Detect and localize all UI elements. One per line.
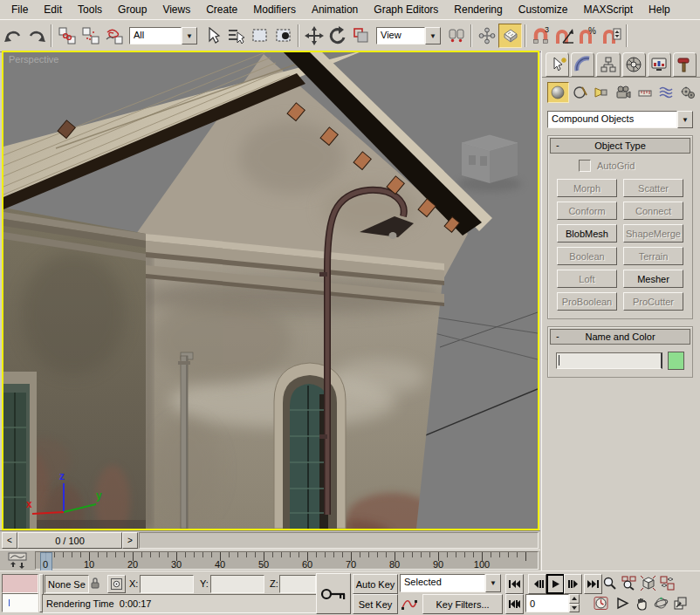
menu-graph-editors[interactable]: Graph Editors [366,1,446,18]
menu-file[interactable]: File [3,1,36,18]
select-and-link-icon[interactable] [55,24,79,48]
go-to-start-button[interactable] [505,574,524,594]
menu-create[interactable]: Create [198,1,245,18]
time-slider-track[interactable] [139,532,539,549]
menu-maxscript[interactable]: MAXScript [575,1,641,18]
chevron-down-icon[interactable]: ▼ [182,27,197,44]
frame-spinner[interactable] [569,594,580,612]
maxscript-mini-listener[interactable] [2,593,38,612]
chevron-down-icon[interactable]: ▼ [425,27,441,44]
set-keys-button[interactable] [316,573,351,614]
select-and-move-icon[interactable] [302,24,326,48]
key-filters-button[interactable]: Key Filters... [422,594,503,614]
select-and-scale-icon[interactable] [349,24,373,48]
category-dropdown[interactable]: Compound Objects ▼ [547,111,693,128]
menu-group[interactable]: Group [110,1,154,18]
category-geometry-icon[interactable] [547,82,569,103]
object-color-swatch[interactable] [668,352,684,370]
object-name-input[interactable] [556,352,662,369]
spinner-snap-toggle-icon[interactable] [600,24,623,48]
bind-to-space-warp-icon[interactable] [102,24,126,48]
zoom-extents-icon[interactable] [639,574,656,592]
blobmesh-button[interactable]: BlobMesh [557,224,617,243]
use-center-icon[interactable] [444,24,468,48]
viewport-label[interactable]: Perspective [9,54,58,65]
select-by-name-icon[interactable] [224,24,248,48]
percent-snap-toggle-icon[interactable]: % [576,24,600,48]
zoom-icon[interactable] [600,574,618,592]
key-mode-value[interactable]: Selected [400,574,485,592]
category-shapes-icon[interactable] [571,83,591,102]
category-systems-icon[interactable] [677,83,697,102]
redo-icon[interactable] [24,24,48,48]
menu-animation[interactable]: Animation [304,1,366,18]
tab-hierarchy[interactable] [596,52,620,77]
x-coordinate-field[interactable] [140,575,194,593]
mesher-button[interactable]: Mesher [623,270,683,288]
time-configuration-icon[interactable] [592,594,609,612]
play-animation-button[interactable] [546,574,565,594]
tab-modify[interactable] [571,52,594,77]
snaps-toggle-3d-icon[interactable]: 3 [529,24,552,48]
track-bar-ruler[interactable]: 0 10 20 30 40 50 60 70 80 90 100 [35,551,539,570]
unlink-selection-icon[interactable] [79,24,102,48]
tab-create[interactable] [546,52,569,77]
set-key-button[interactable]: Set Key [353,594,398,614]
chevron-down-icon[interactable]: ▼ [485,574,501,592]
selection-filter-dropdown[interactable]: All ▼ [129,27,197,44]
current-frame-field[interactable]: 0 [525,594,569,612]
coordinate-system-dropdown[interactable]: View ▼ [376,27,441,44]
menu-edit[interactable]: Edit [36,1,70,18]
keyboard-shortcut-override-toggle[interactable] [498,24,522,48]
key-mode-toggle-button[interactable] [505,594,524,614]
go-to-end-button[interactable] [584,574,602,594]
selection-lock-icon[interactable] [87,575,103,591]
object-type-rollout-header[interactable]: - Object Type [550,138,690,154]
field-of-view-icon[interactable] [614,594,631,612]
menu-views[interactable]: Views [154,1,198,18]
category-cameras-icon[interactable] [614,83,634,102]
key-mode-dropdown[interactable]: Selected ▼ [400,574,501,592]
z-coordinate-field[interactable] [279,575,316,593]
macro-recorder-pane[interactable] [2,574,38,593]
undo-icon[interactable] [1,24,24,48]
chevron-down-icon[interactable]: ▼ [677,111,693,128]
absolute-offset-toggle-icon[interactable] [107,575,126,593]
select-object-icon[interactable] [201,24,224,48]
time-slider-thumb[interactable]: 0 / 100 [17,532,122,549]
selection-filter-value[interactable]: All [129,27,182,44]
previous-frame-arrow[interactable]: < [2,532,17,549]
category-space-warps-icon[interactable] [656,83,676,102]
menu-modifiers[interactable]: Modifiers [245,1,304,18]
name-and-color-rollout-header[interactable]: - Name and Color [550,329,690,345]
next-frame-arrow[interactable]: > [122,532,138,549]
select-and-rotate-icon[interactable] [326,24,349,48]
previous-frame-button[interactable] [528,574,546,594]
maximize-viewport-toggle-icon[interactable] [671,594,689,612]
category-dropdown-value[interactable]: Compound Objects [547,111,677,128]
tab-display[interactable] [648,52,671,77]
coordinate-system-value[interactable]: View [376,27,425,44]
open-mini-curve-editor-icon[interactable] [0,550,35,571]
rectangular-selection-icon[interactable] [248,24,271,48]
menu-tools[interactable]: Tools [70,1,110,18]
select-and-manipulate-icon[interactable] [475,24,498,48]
window-crossing-icon[interactable] [271,24,295,48]
menu-rendering[interactable]: Rendering [446,1,510,18]
viewport-perspective[interactable]: z x y Perspective [2,51,539,530]
menu-help[interactable]: Help [641,1,678,18]
next-frame-button[interactable] [564,574,582,594]
category-helpers-icon[interactable] [635,83,655,102]
tab-utilities[interactable] [673,52,697,77]
y-coordinate-field[interactable] [210,575,264,593]
default-tangent-icon[interactable] [399,594,420,612]
zoom-all-icon[interactable] [620,574,637,592]
menu-customize[interactable]: Customize [511,1,576,18]
category-lights-icon[interactable] [592,83,612,102]
zoom-extents-all-icon[interactable] [658,574,676,592]
pan-hand-icon[interactable] [633,594,650,612]
arc-rotate-icon[interactable] [652,594,669,612]
angle-snap-toggle-icon[interactable] [552,24,576,48]
auto-key-button[interactable]: Auto Key [353,574,398,594]
tab-motion[interactable] [622,52,646,77]
